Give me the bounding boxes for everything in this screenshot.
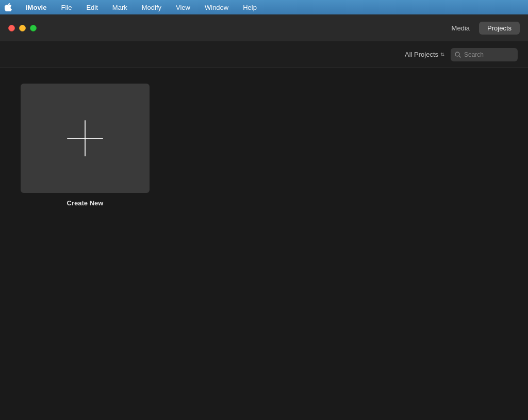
search-input[interactable] xyxy=(464,51,514,58)
menu-item-mark[interactable]: Mark xyxy=(109,3,130,12)
menu-item-window[interactable]: Window xyxy=(202,3,232,12)
menu-bar: iMovie File Edit Mark Modify View Window… xyxy=(0,0,528,14)
tab-media[interactable]: Media xyxy=(443,22,478,35)
search-box[interactable] xyxy=(451,48,518,61)
close-button[interactable] xyxy=(8,25,15,31)
create-new-card[interactable]: Create New xyxy=(21,84,150,207)
title-bar-tabs: Media Projects xyxy=(443,22,520,35)
tab-projects[interactable]: Projects xyxy=(479,22,520,35)
minimize-button[interactable] xyxy=(19,25,26,31)
create-new-label: Create New xyxy=(67,199,104,207)
menu-item-edit[interactable]: Edit xyxy=(83,3,101,12)
plus-icon xyxy=(67,120,103,156)
menu-item-help[interactable]: Help xyxy=(240,3,260,12)
menu-item-view[interactable]: View xyxy=(173,3,193,12)
menu-item-imovie[interactable]: iMovie xyxy=(23,3,50,12)
window-controls xyxy=(8,25,37,31)
menu-item-modify[interactable]: Modify xyxy=(139,3,164,12)
all-projects-selector[interactable]: All Projects ⇅ xyxy=(405,51,444,58)
svg-line-1 xyxy=(459,56,460,57)
main-content: Create New xyxy=(0,68,528,420)
menu-item-file[interactable]: File xyxy=(58,3,75,12)
all-projects-label: All Projects xyxy=(405,51,438,58)
apple-logo-icon[interactable] xyxy=(4,3,12,11)
toolbar: All Projects ⇅ xyxy=(0,41,528,68)
chevron-updown-icon: ⇅ xyxy=(440,52,444,57)
create-new-thumbnail[interactable] xyxy=(21,84,150,193)
maximize-button[interactable] xyxy=(30,25,37,31)
title-bar: Media Projects xyxy=(0,14,528,41)
search-icon xyxy=(455,52,461,58)
